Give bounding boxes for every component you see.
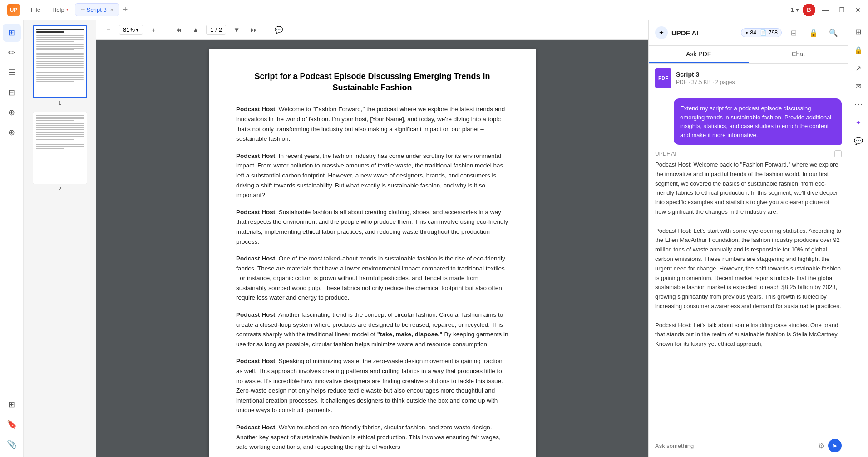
chat-input[interactable]	[655, 442, 814, 449]
doc-name: Script 3	[676, 71, 735, 78]
ai-header-right: ✦ 84 📄 798 ⊞ 🔒 🔍	[741, 25, 842, 41]
ai-tab-bar: Ask PDF Chat	[649, 46, 848, 64]
sidebar-layers-btn[interactable]: ⊞	[3, 395, 21, 413]
zoom-out-btn[interactable]: −	[102, 23, 115, 37]
tab-close-btn[interactable]: ×	[110, 7, 113, 13]
sidebar-annotations-btn[interactable]: ✏	[3, 44, 21, 62]
zoom-display[interactable]: 81% ▾	[119, 25, 143, 35]
close-btn[interactable]: ✕	[852, 4, 864, 16]
right-more-icon[interactable]: ⋯	[850, 96, 867, 113]
chat-input-area: ⚙ ➤	[649, 434, 848, 457]
pdf-content[interactable]: Script for a Podcast Episode Discussing …	[96, 40, 648, 457]
pdf-para-4: Podcast Host: Another fascinating trend …	[236, 310, 508, 349]
edit-icon: ✏	[81, 7, 85, 13]
doc-meta: Script 3 PDF · 37.5 KB · 2 pages	[676, 71, 735, 85]
toolbar-sep-1	[166, 25, 166, 35]
help-menu[interactable]: Help ●	[47, 4, 74, 16]
right-ai-icon[interactable]: ✦	[850, 114, 867, 131]
right-export-icon[interactable]: ⊞	[850, 24, 867, 40]
ai-credits[interactable]: ✦ 84 📄 798	[741, 28, 782, 37]
sidebar-organize-btn[interactable]: ☰	[3, 64, 21, 82]
ai-sender-label: UPDF AI	[655, 151, 676, 157]
chat-tab[interactable]: Chat	[749, 46, 848, 63]
ai-header: ✦ UPDF AI ✦ 84 📄 798 ⊞ 🔒 🔍	[649, 20, 848, 46]
sidebar-extract-btn[interactable]: ⊟	[3, 84, 21, 102]
restore-btn[interactable]: ❐	[835, 4, 848, 16]
pdf-para-2: Podcast Host: Sustainable fashion is all…	[236, 207, 508, 246]
right-protect-icon[interactable]: 🔒	[850, 42, 867, 58]
nav-down-btn[interactable]: ▼	[230, 23, 243, 37]
credit-doc-icon: 📄	[760, 29, 767, 36]
sidebar-divider	[5, 147, 19, 147]
pdf-area: − 81% ▾ + ⏮ ▲ 1 / 2 ▼ ⏭ 💬 Script for a P…	[96, 20, 648, 457]
right-comment-icon[interactable]: 💬	[850, 133, 867, 149]
ai-response-container: UPDF AI Podcast Host: Welcome back to "F…	[655, 150, 842, 349]
thumb-num-2: 2	[58, 186, 61, 192]
settings-btn[interactable]: ⚙	[818, 442, 824, 450]
minimize-btn[interactable]: —	[819, 4, 832, 16]
sidebar-stamp-btn[interactable]: ⊕	[3, 103, 21, 122]
thumbnail-2[interactable]: 2	[33, 112, 87, 192]
ai-protect-icon[interactable]: 🔒	[805, 25, 822, 41]
ai-response-header: UPDF AI	[655, 150, 842, 157]
speaker-1: Podcast Host	[236, 152, 275, 159]
ai-logo: ✦	[655, 26, 668, 39]
sidebar-compare-btn[interactable]: ⊛	[3, 123, 21, 142]
sidebar-thumbnails-btn[interactable]: ⊞	[3, 24, 21, 42]
main-area: ⊞ ✏ ☰ ⊟ ⊕ ⊛ ⊞ 🔖 📎	[0, 20, 868, 457]
speaker-6: Podcast Host	[236, 424, 275, 431]
thumb-lines	[36, 29, 84, 83]
thumb-num-1: 1	[58, 100, 61, 106]
fit-first-btn[interactable]: ⏮	[172, 23, 185, 37]
sidebar-bookmark-btn[interactable]: 🔖	[3, 415, 21, 433]
script3-tab[interactable]: ✏ Script 3 ×	[75, 3, 119, 16]
thumbnail-panel: 1	[24, 20, 96, 457]
ai-panel-title: UPDF AI	[671, 29, 698, 37]
new-tab-btn[interactable]: +	[120, 4, 131, 15]
speaker-0: Podcast Host	[236, 106, 275, 113]
thumb-img-2	[33, 112, 87, 184]
comment-btn[interactable]: 💬	[272, 23, 286, 37]
thumbnail-1[interactable]: 1	[33, 25, 87, 106]
pdf-para-3: Podcast Host: One of the most talked-abo…	[236, 254, 508, 303]
topbar: UP File Help ● ✏ Script 3 × + 1 ▾ B — ❐ …	[0, 0, 868, 20]
pdf-para-0: Podcast Host: Welcome to "Fashion Forwar…	[236, 104, 508, 143]
user-avatar[interactable]: B	[803, 4, 815, 16]
app-logo[interactable]: UP	[4, 2, 24, 18]
page-selector[interactable]: 1 ▾	[791, 6, 799, 13]
send-btn[interactable]: ➤	[828, 439, 842, 452]
thumb-img-1	[33, 25, 87, 98]
doc-type-icon: PDF	[655, 68, 671, 88]
pdf-title: Script for a Podcast Episode Discussing …	[236, 71, 508, 93]
ai-search-icon[interactable]: 🔍	[825, 25, 842, 41]
ai-response-text: Podcast Host: Welcome back to "Fashion F…	[655, 160, 842, 349]
fit-last-btn[interactable]: ⏭	[247, 23, 261, 37]
thumb-lines-2	[36, 115, 84, 150]
pdf-toolbar: − 81% ▾ + ⏮ ▲ 1 / 2 ▼ ⏭ 💬	[96, 20, 648, 40]
ask-pdf-tab[interactable]: Ask PDF	[649, 46, 749, 63]
page-display: 1 / 2	[206, 25, 226, 35]
file-menu[interactable]: File	[25, 4, 46, 16]
ai-export-icon[interactable]: ⊞	[785, 25, 802, 41]
speaker-2: Podcast Host	[236, 209, 275, 216]
pdf-page: Script for a Podcast Episode Discussing …	[209, 49, 536, 457]
topbar-right: 1 ▾ B — ❐ ✕	[791, 4, 864, 16]
doc-info: PDF Script 3 PDF · 37.5 KB · 2 pages	[649, 64, 848, 93]
right-email-icon[interactable]: ✉	[850, 78, 867, 94]
pdf-para-6: Podcast Host: We've touched on eco-frien…	[236, 423, 508, 452]
copy-checkbox[interactable]	[834, 150, 842, 157]
left-sidebar: ⊞ ✏ ☰ ⊟ ⊕ ⊛ ⊞ 🔖 📎	[0, 20, 24, 457]
chat-area[interactable]: Extend my script for a podcast episode d…	[649, 93, 848, 434]
pdf-para-1: Podcast Host: In recent years, the fashi…	[236, 151, 508, 200]
ai-panel: ✦ UPDF AI ✦ 84 📄 798 ⊞ 🔒 🔍 Ask PDF Chat	[648, 20, 848, 457]
sidebar-paperclip-btn[interactable]: 📎	[3, 435, 21, 453]
zoom-in-btn[interactable]: +	[147, 23, 160, 37]
right-edge: ⊞ 🔒 ↗ ✉ ⋯ ✦ 💬	[848, 20, 868, 457]
speaker-5: Podcast Host	[236, 358, 275, 364]
doc-sub: PDF · 37.5 KB · 2 pages	[676, 79, 735, 85]
right-share-icon[interactable]: ↗	[850, 60, 867, 76]
credit-star-icon: ✦	[745, 30, 749, 35]
speaker-4: Podcast Host	[236, 311, 275, 318]
sidebar-bottom: ⊞ 🔖 📎	[3, 395, 21, 453]
nav-up-btn[interactable]: ▲	[189, 23, 202, 37]
